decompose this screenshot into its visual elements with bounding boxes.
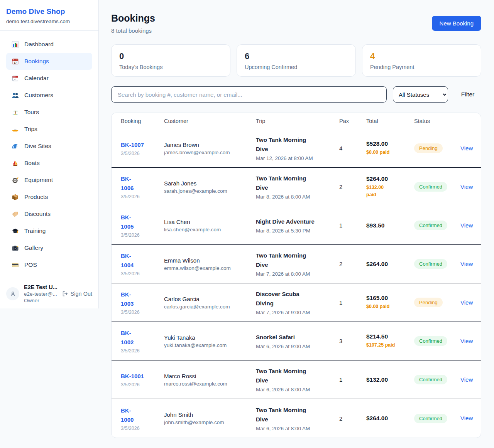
amount-paid: $0.00 paid: [366, 303, 414, 310]
booking-id-link[interactable]: BK-1003: [121, 290, 134, 308]
table-row[interactable]: BK-1003 3/5/2026 Carlos Garcia carlos.ga…: [112, 283, 481, 322]
sidebar-item-dive-sites[interactable]: Dive Sites: [6, 138, 92, 155]
new-booking-button[interactable]: New Booking: [432, 16, 481, 31]
customer-cell: John Smith john.smith@example.com: [164, 411, 256, 425]
sidebar-item-gallery[interactable]: Gallery: [6, 239, 92, 256]
table-row[interactable]: BK-1002 3/5/2026 Yuki Tanaka yuki.tanaka…: [112, 322, 481, 360]
booking-id-link[interactable]: BK-1005: [121, 213, 134, 231]
user-email: e2e-tester@...: [24, 291, 57, 297]
customer-cell: Lisa Chen lisa.chen@example.com: [164, 219, 256, 232]
brand-domain: demo.test.divestreams.com: [6, 19, 92, 24]
sidebar-item-training[interactable]: Training: [6, 222, 92, 239]
trip-cell: Snorkel Safari Mar 6, 2026 at 9:00 AM: [256, 333, 339, 349]
pax-count: 2: [339, 415, 366, 422]
customer-name: Marco Rossi: [164, 373, 256, 379]
booking-id-link[interactable]: BK-1000: [121, 406, 134, 424]
sidebar-item-bookings[interactable]: 17 Bookings: [6, 53, 92, 70]
island-icon: [12, 109, 19, 116]
trip-cell: Two Tank MorningDive Mar 6, 2026 at 8:00…: [256, 406, 339, 431]
actions-cell: View: [460, 184, 473, 190]
table-row[interactable]: BK-1001 3/5/2026 Marco Rossi marco.rossi…: [112, 360, 481, 399]
brand-title: Demo Dive Shop: [6, 7, 92, 16]
booking-id-link[interactable]: BK-1004: [121, 251, 134, 270]
sidebar-item-boats[interactable]: Boats: [6, 155, 92, 172]
view-link[interactable]: View: [460, 415, 473, 421]
sidebar-item-dashboard[interactable]: Dashboard: [6, 36, 92, 53]
booking-cell: BK-1006 3/5/2026: [121, 174, 164, 199]
table-row[interactable]: BK-1007 3/5/2026 James Brown james.brown…: [112, 129, 481, 168]
booking-date: 3/5/2026: [121, 151, 164, 156]
trip-datetime: Mar 8, 2026 at 8:00 AM: [256, 194, 339, 200]
filter-button[interactable]: Filter: [454, 91, 481, 98]
status-cell: Confirmed: [414, 221, 460, 230]
trip-datetime: Mar 6, 2026 at 8:00 AM: [256, 426, 339, 431]
booking-id-link[interactable]: BK-1002: [121, 328, 134, 347]
tag-icon: [12, 211, 19, 218]
trip-datetime: Mar 12, 2026 at 8:00 AM: [256, 155, 339, 161]
booking-id-link[interactable]: BK-1007: [121, 140, 144, 150]
trip-name: Two Tank MorningDive: [256, 367, 339, 385]
trip-datetime: Mar 8, 2026 at 5:30 PM: [256, 228, 339, 234]
sidebar-item-trips[interactable]: Trips: [6, 121, 92, 138]
view-link[interactable]: View: [460, 184, 473, 190]
trip-datetime: Mar 6, 2026 at 8:00 AM: [256, 387, 339, 392]
person-icon: [10, 291, 16, 297]
customer-email: emma.wilson@example.com: [164, 265, 256, 271]
customer-email: yuki.tanaka@example.com: [164, 342, 256, 348]
trip-name: Night Dive Adventure: [256, 217, 339, 226]
status-badge: Pending: [414, 298, 443, 307]
column-header-booking: Booking: [121, 118, 164, 124]
sidebar-item-label: Tours: [24, 109, 39, 116]
table-row[interactable]: BK-1005 3/5/2026 Lisa Chen lisa.chen@exa…: [112, 206, 481, 245]
sidebar-item-discounts[interactable]: Discounts: [6, 205, 92, 222]
sidebar-item-label: Dashboard: [24, 41, 54, 48]
user-name: E2E Test U...: [24, 284, 57, 290]
sidebar-item-products[interactable]: Products: [6, 189, 92, 205]
table-row[interactable]: BK-1006 3/5/2026 Sarah Jones sarah.jones…: [112, 168, 481, 206]
column-header-status: Status: [414, 118, 460, 124]
view-link[interactable]: View: [460, 338, 473, 344]
total-cell: $264.00: [366, 261, 414, 268]
customer-email: lisa.chen@example.com: [164, 227, 256, 232]
booking-id-link[interactable]: BK-1006: [121, 174, 134, 193]
status-cell: Pending: [414, 298, 460, 307]
booking-cell: BK-1004 3/5/2026: [121, 251, 164, 276]
pax-count: 2: [339, 261, 366, 267]
sidebar-item-calendar[interactable]: Calendar: [6, 70, 92, 87]
table-row[interactable]: BK-1000 3/5/2026 John Smith john.smith@e…: [112, 399, 481, 438]
sidebar-item-tours[interactable]: Tours: [6, 104, 92, 121]
column-header-trip: Trip: [256, 118, 339, 124]
pax-count: 4: [339, 145, 366, 152]
sign-out-button[interactable]: Sign Out: [62, 291, 92, 297]
view-link[interactable]: View: [460, 376, 473, 383]
view-link[interactable]: View: [460, 222, 473, 229]
pax-count: 1: [339, 299, 366, 306]
total-amount: $264.00: [366, 261, 414, 268]
column-header-customer: Customer: [164, 118, 256, 124]
search-input[interactable]: [111, 86, 387, 103]
view-link[interactable]: View: [460, 261, 473, 267]
status-badge: Pending: [414, 143, 443, 153]
customer-email: james.brown@example.com: [164, 150, 256, 155]
table-row[interactable]: BK-1004 3/5/2026 Emma Wilson emma.wilson…: [112, 245, 481, 283]
view-link[interactable]: View: [460, 299, 473, 306]
sidebar-item-label: Trips: [24, 126, 37, 133]
table-header-row: Booking Customer Trip Pax Total Status: [112, 113, 481, 129]
stat-value: 0: [119, 51, 222, 61]
speedboat-icon: [12, 126, 19, 133]
total-cell: $264.00 $132.00paid: [366, 175, 414, 199]
view-link[interactable]: View: [460, 145, 473, 152]
status-cell: Confirmed: [414, 336, 460, 346]
trip-name: Two Tank MorningDive: [256, 406, 339, 424]
main-content: Bookings 8 total bookings New Booking 0 …: [99, 0, 494, 438]
status-filter-select[interactable]: All Statuses: [393, 86, 448, 103]
customer-cell: Marco Rossi marco.rossi@example.com: [164, 373, 256, 387]
user-block: E2E Test U... e2e-tester@... Owner Sign …: [0, 279, 98, 308]
total-amount: $93.50: [366, 222, 414, 229]
people-icon: [12, 92, 19, 99]
booking-id-link[interactable]: BK-1001: [121, 372, 144, 381]
sidebar-item-equipment[interactable]: Equipment: [6, 172, 92, 189]
sidebar-item-pos[interactable]: POS: [6, 256, 92, 273]
sidebar-item-customers[interactable]: Customers: [6, 87, 92, 104]
customer-name: Sarah Jones: [164, 180, 256, 187]
